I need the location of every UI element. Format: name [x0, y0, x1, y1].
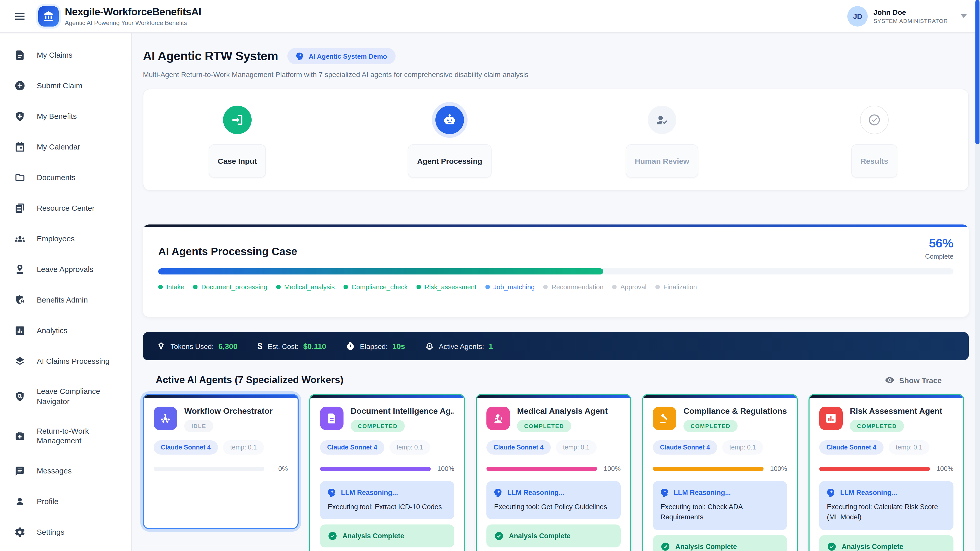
temp-badge: temp: 0.1 — [889, 440, 929, 454]
stat-value: $0.110 — [303, 342, 326, 351]
calendar-icon — [14, 141, 25, 152]
analysis-complete-box: Analysis Complete — [320, 525, 454, 548]
card-accent-strip — [477, 395, 630, 398]
agent-name: Compliance & Regulations ... — [683, 407, 787, 416]
agent-card-compliance-regulations[interactable]: Compliance & Regulations ... COMPLETED C… — [642, 394, 798, 551]
agent-progress-bar — [154, 467, 264, 471]
approval-icon — [14, 264, 25, 275]
sidebar-item-label: Employees — [37, 233, 75, 244]
stage-intake: Intake — [158, 283, 185, 291]
sidebar-item-return-to-work-management[interactable]: Return-to-Work Management — [0, 416, 131, 456]
status-badge: COMPLETED — [850, 420, 904, 432]
check-circle-icon — [827, 541, 837, 551]
step-results[interactable]: Results — [829, 106, 920, 190]
stat-value: 10s — [392, 342, 405, 351]
agent-progress-label: 100% — [603, 465, 620, 472]
sidebar-item-label: Return-to-Work Management — [37, 426, 113, 446]
agent-name: Workflow Orchestrator — [184, 407, 272, 416]
sidebar-item-my-calendar[interactable]: My Calendar — [0, 132, 131, 162]
demo-badge[interactable]: AI Agentic System Demo — [287, 48, 396, 64]
sidebar-item-label: Benefits Admin — [37, 295, 88, 305]
scrollbar-track[interactable] — [975, 0, 980, 551]
stat-label: Elapsed: — [360, 342, 388, 350]
brand-block: Nexgile-WorkforceBenefitsAI Agentic AI P… — [65, 6, 201, 26]
medical-briefcase-icon — [14, 430, 25, 441]
agent-progress-bar — [320, 467, 431, 471]
stage-compliance-check: Compliance_check — [344, 283, 408, 291]
analysis-complete-label: Analysis Complete — [675, 543, 737, 550]
stat-label: Active Agents: — [439, 342, 484, 350]
sidebar-item-submit-claim[interactable]: Submit Claim — [0, 70, 131, 101]
llm-reasoning-box: LLM Reasoning... Executing tool: Get Pol… — [487, 481, 620, 519]
step-agent-processing[interactable]: Agent Processing — [404, 106, 496, 190]
main-progress-fill — [158, 268, 604, 275]
check-circle-icon — [660, 541, 670, 551]
stage-dot — [543, 285, 548, 289]
card-accent-strip — [643, 395, 797, 398]
status-badge: IDLE — [184, 420, 213, 432]
sidebar-item-analytics[interactable]: Analytics — [0, 315, 131, 346]
stage-dot — [193, 285, 198, 289]
people-icon — [14, 233, 25, 245]
agents-section-title: Active AI Agents (7 Specialized Workers) — [156, 375, 344, 386]
token-icon — [156, 341, 166, 351]
reasoning-title: LLM Reasoning... — [341, 489, 398, 496]
analysis-complete-label: Analysis Complete — [509, 532, 571, 540]
show-trace-button[interactable]: Show Trace — [884, 375, 942, 385]
llm-reasoning-box: LLM Reasoning... Executing tool: Check A… — [653, 481, 787, 530]
gavel-icon — [659, 412, 671, 424]
bar-chart-icon — [825, 412, 837, 424]
sidebar-item-documents[interactable]: Documents — [0, 162, 131, 193]
app-subtitle: Agentic AI Powering Your Workforce Benef… — [65, 19, 201, 26]
sidebar-item-benefits-admin[interactable]: Benefits Admin — [0, 285, 131, 315]
scrollbar-thumb[interactable] — [975, 0, 980, 144]
step-case-input[interactable]: Case Input — [191, 106, 283, 190]
reasoning-text: Executing tool: Get Policy Guidelines — [494, 502, 613, 513]
stats-bar: Tokens Used: 6,300 $ Est. Cost: $0.110 E… — [143, 332, 969, 360]
processing-title: AI Agents Processing Case — [158, 245, 298, 258]
shield-plus-icon — [14, 111, 25, 122]
sidebar-item-label: My Calendar — [37, 142, 80, 152]
stage-job-matching: Job_matching — [485, 283, 535, 291]
top-bar: Nexgile-WorkforceBenefitsAI Agentic AI P… — [0, 0, 980, 33]
menu-icon[interactable] — [14, 10, 26, 22]
workflow-stepper: Case Input Agent Processing Human Review — [143, 89, 969, 191]
analysis-complete-box: Analysis Complete — [819, 535, 953, 551]
sidebar-item-label: Settings — [37, 527, 64, 537]
agent-card-risk-assessment[interactable]: Risk Assessment Agent COMPLETED Claude S… — [808, 394, 964, 551]
agent-progress-fill — [653, 467, 764, 471]
stage-dot — [276, 285, 281, 289]
agent-name: Document Intelligence Ag... — [351, 407, 454, 416]
step-human-review[interactable]: Human Review — [616, 106, 708, 190]
user-menu[interactable]: JD John Doe SYSTEM ADMINISTRATOR — [848, 6, 967, 26]
chevron-down-icon[interactable] — [961, 14, 967, 18]
agent-card-workflow-orchestrator[interactable]: Workflow Orchestrator IDLE Claude Sonnet… — [143, 394, 299, 529]
sidebar-item-leave-approvals[interactable]: Leave Approvals — [0, 254, 131, 285]
sidebar-item-label: AI Claims Processing — [37, 356, 110, 366]
app-logo — [38, 6, 59, 26]
card-accent-strip — [310, 395, 464, 398]
step-label: Human Review — [625, 144, 698, 178]
agent-progress-label: 100% — [437, 465, 454, 472]
stat-cost: $ Est. Cost: $0.110 — [257, 341, 326, 351]
reasoning-text: Executing tool: Check ADA Requirements — [660, 502, 780, 523]
stat-elapsed: Elapsed: 10s — [345, 341, 405, 351]
page-subtitle: Multi-Agent Return-to-Work Management Pl… — [143, 70, 969, 79]
analysis-complete-label: Analysis Complete — [342, 532, 404, 540]
sidebar-item-my-claims[interactable]: My Claims — [0, 40, 131, 70]
shield-search-icon — [14, 391, 25, 402]
sidebar-item-label: Resource Center — [37, 203, 95, 213]
sidebar-item-my-benefits[interactable]: My Benefits — [0, 101, 131, 132]
layers-icon — [14, 356, 25, 367]
agent-card-document-intelligence[interactable]: Document Intelligence Ag... COMPLETED Cl… — [309, 394, 465, 551]
sidebar-item-ai-claims-processing[interactable]: AI Claims Processing — [0, 346, 131, 376]
person-check-icon — [655, 113, 669, 127]
sidebar-item-employees[interactable]: Employees — [0, 224, 131, 254]
sidebar-item-profile[interactable]: Profile — [0, 486, 131, 517]
sidebar-item-messages[interactable]: Messages — [0, 456, 131, 486]
sidebar-item-resource-center[interactable]: Resource Center — [0, 193, 131, 224]
sidebar-item-settings[interactable]: Settings — [0, 517, 131, 548]
sidebar-item-leave-compliance-navigator[interactable]: Leave Compliance Navigator — [0, 376, 131, 416]
agent-progress-fill — [819, 467, 930, 471]
agent-card-medical-analysis[interactable]: Medical Analysis Agent COMPLETED Claude … — [476, 394, 632, 551]
